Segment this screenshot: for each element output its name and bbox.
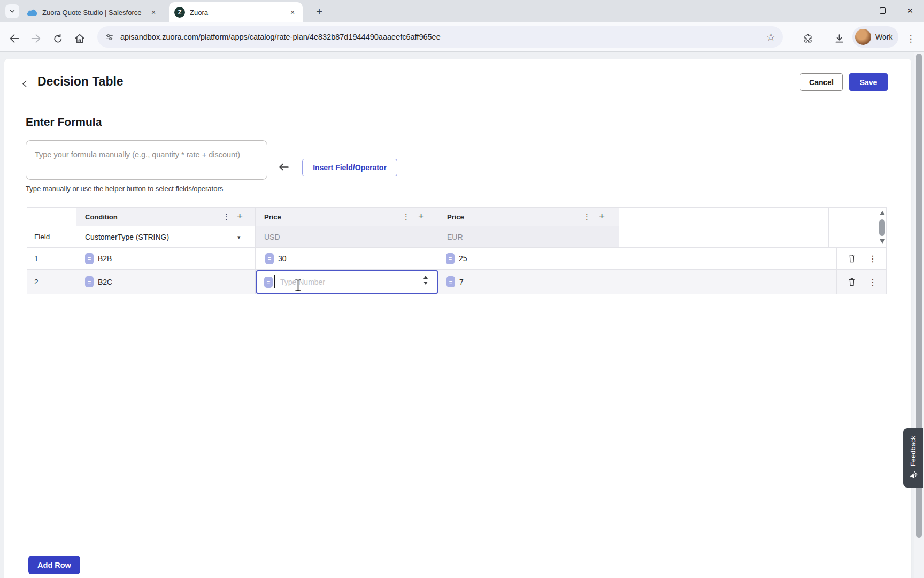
delete-row1-button[interactable] <box>847 253 857 264</box>
cell-condition-row1[interactable]: = B2B <box>76 248 256 270</box>
salesforce-icon <box>27 9 37 17</box>
stepper-up-icon[interactable] <box>424 276 428 279</box>
corner-header-cell <box>27 207 76 226</box>
maximize-icon <box>880 7 886 14</box>
operator-chip[interactable]: = <box>446 276 455 287</box>
table-right-edge <box>887 248 887 486</box>
extensions-button[interactable] <box>800 31 816 47</box>
bookmark-star-icon[interactable]: ☆ <box>766 31 775 43</box>
table-scroll-up-icon[interactable] <box>880 211 885 215</box>
field-price1-currency[interactable]: USD <box>256 226 438 248</box>
forward-arrow-icon <box>30 33 42 44</box>
tab-title: Zuora <box>190 9 283 17</box>
window-close-button[interactable]: × <box>896 0 924 21</box>
reload-button[interactable] <box>50 31 66 47</box>
browser-tab-zuora[interactable]: Z Zuora × <box>169 2 303 22</box>
puzzle-icon <box>803 33 813 44</box>
price1-column-menu-icon[interactable]: ⋮ <box>402 212 410 220</box>
page-header <box>4 59 911 105</box>
cancel-button[interactable]: Cancel <box>800 73 843 91</box>
zuora-icon: Z <box>174 7 185 18</box>
row1-actions-cell <box>837 248 887 270</box>
condition-add-column-icon[interactable]: + <box>237 211 243 221</box>
avatar <box>855 29 871 45</box>
downloads-button[interactable] <box>831 31 847 47</box>
empty-header-cell <box>619 207 829 248</box>
browser-window: Zuora Quote Studio | Salesforce × Z Zuor… <box>0 0 924 578</box>
price-number-input-focused[interactable]: = <box>256 270 438 294</box>
cell-price2-row1[interactable]: = 25 <box>438 248 619 270</box>
operator-chip[interactable]: = <box>265 253 274 264</box>
window-maximize-button[interactable] <box>871 0 895 21</box>
field-price2-currency[interactable]: EUR <box>438 226 619 248</box>
table-bottom-edge <box>837 486 887 486</box>
left-arrow-icon <box>276 161 292 173</box>
operator-chip[interactable]: = <box>264 277 273 288</box>
browser-profile-chip[interactable]: Work <box>852 26 898 48</box>
trash-icon <box>848 277 856 287</box>
field-condition-dropdown[interactable]: CustomerType (STRING) <box>76 226 256 248</box>
table-scroll-down-icon[interactable] <box>880 239 885 244</box>
tab-divider <box>164 6 164 16</box>
reload-icon <box>52 33 64 44</box>
row1-menu-button[interactable]: ⋮ <box>868 254 877 264</box>
kebab-icon: ⋮ <box>906 33 915 44</box>
cell-condition-row2[interactable]: = B2C <box>76 270 256 294</box>
home-button[interactable] <box>72 31 88 47</box>
table-scrollbar-thumb[interactable] <box>879 219 885 236</box>
price1-add-column-icon[interactable]: + <box>418 211 424 221</box>
page-title: Decision Table <box>37 74 124 89</box>
stepper-down-icon[interactable] <box>424 282 428 285</box>
cell-price2-row2[interactable]: = 7 <box>438 270 619 294</box>
profile-name: Work <box>875 33 892 41</box>
forward-button[interactable] <box>28 31 44 47</box>
formula-helper-text: Type manually or use the helper button t… <box>26 185 223 193</box>
operator-chip[interactable]: = <box>85 253 94 264</box>
operator-chip[interactable]: = <box>85 276 94 287</box>
spacer-cell <box>619 270 837 294</box>
browser-menu-button[interactable]: ⋮ <box>903 31 919 47</box>
browser-tab-salesforce[interactable]: Zuora Quote Studio | Salesforce × <box>21 3 164 21</box>
chevron-left-icon <box>20 79 29 88</box>
url-text[interactable]: apisandbox.zuora.com/platform/apps/catal… <box>120 33 766 41</box>
tab-title: Zuora Quote Studio | Salesforce <box>42 9 144 17</box>
download-icon <box>834 33 845 44</box>
mouse-cursor <box>295 279 302 292</box>
enter-formula-heading: Enter Formula <box>26 116 102 128</box>
home-icon <box>74 33 86 44</box>
row2-menu-button[interactable]: ⋮ <box>868 277 877 287</box>
cell-price1-row1[interactable]: = 30 <box>256 248 438 270</box>
save-button[interactable]: Save <box>849 73 888 91</box>
new-tab-button[interactable]: + <box>312 5 326 19</box>
tab-search-button[interactable] <box>5 4 19 18</box>
row-number: 1 <box>27 248 76 270</box>
price2-add-column-icon[interactable]: + <box>599 211 605 221</box>
spacer-cell <box>619 248 837 270</box>
site-settings-tune-icon[interactable] <box>105 33 114 42</box>
formula-input[interactable] <box>26 140 267 180</box>
delete-row2-button[interactable] <box>847 277 857 287</box>
operator-chip[interactable]: = <box>446 253 455 264</box>
number-input[interactable] <box>279 277 437 287</box>
condition-column-menu-icon[interactable]: ⋮ <box>222 212 230 220</box>
column-header-price-usd: Price <box>256 207 438 226</box>
url-bar[interactable]: apisandbox.zuora.com/platform/apps/catal… <box>97 26 783 48</box>
price2-column-menu-icon[interactable]: ⋮ <box>583 212 591 220</box>
close-tab-icon[interactable]: × <box>288 7 297 17</box>
close-tab-icon[interactable]: × <box>149 7 158 17</box>
number-stepper[interactable] <box>424 276 428 285</box>
feedback-tab[interactable]: Feedback <box>903 428 923 488</box>
megaphone-icon <box>908 470 918 481</box>
insert-field-operator-button[interactable]: Insert Field/Operator <box>302 159 397 176</box>
back-button[interactable] <box>6 31 22 47</box>
feedback-label: Feedback <box>910 436 917 466</box>
row2-actions-cell <box>837 270 887 294</box>
dropdown-caret-icon[interactable]: ▾ <box>237 234 241 241</box>
window-minimize-button[interactable]: – <box>846 0 871 21</box>
add-row-button[interactable]: Add Row <box>28 556 80 574</box>
content-card <box>4 59 911 578</box>
toolbar-divider <box>822 31 822 44</box>
page-back-button[interactable] <box>18 77 31 90</box>
table-right-divider <box>837 294 837 486</box>
row-number: 2 <box>27 270 76 294</box>
